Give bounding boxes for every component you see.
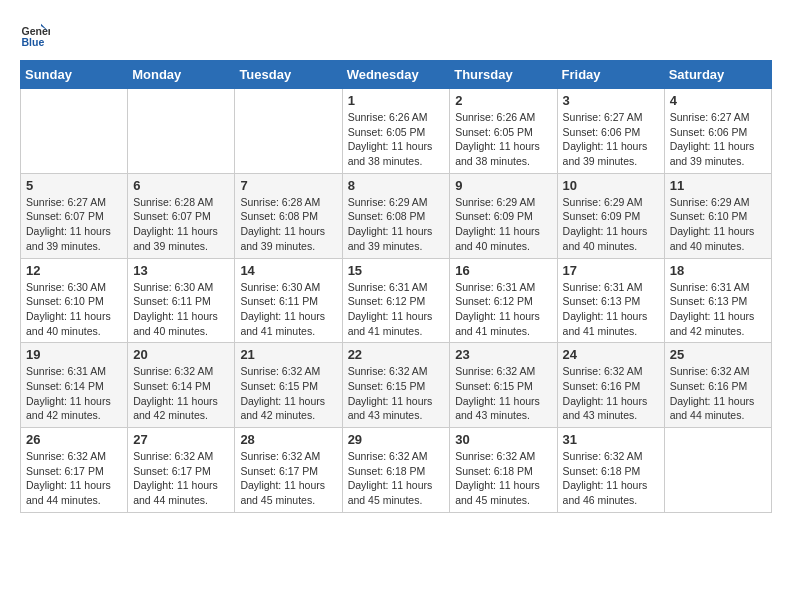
day-info: Sunrise: 6:27 AMSunset: 6:07 PMDaylight:… [26,195,122,254]
day-info: Sunrise: 6:32 AMSunset: 6:17 PMDaylight:… [240,449,336,508]
weekday-header: Friday [557,61,664,89]
day-number: 1 [348,93,445,108]
day-number: 9 [455,178,551,193]
calendar-cell: 20Sunrise: 6:32 AMSunset: 6:14 PMDayligh… [128,343,235,428]
day-info: Sunrise: 6:32 AMSunset: 6:18 PMDaylight:… [348,449,445,508]
calendar-week-row: 19Sunrise: 6:31 AMSunset: 6:14 PMDayligh… [21,343,772,428]
day-info: Sunrise: 6:29 AMSunset: 6:09 PMDaylight:… [563,195,659,254]
calendar-cell: 11Sunrise: 6:29 AMSunset: 6:10 PMDayligh… [664,173,771,258]
day-info: Sunrise: 6:28 AMSunset: 6:08 PMDaylight:… [240,195,336,254]
day-number: 27 [133,432,229,447]
calendar-cell: 15Sunrise: 6:31 AMSunset: 6:12 PMDayligh… [342,258,450,343]
calendar-week-row: 1Sunrise: 6:26 AMSunset: 6:05 PMDaylight… [21,89,772,174]
day-info: Sunrise: 6:32 AMSunset: 6:18 PMDaylight:… [563,449,659,508]
calendar-week-row: 5Sunrise: 6:27 AMSunset: 6:07 PMDaylight… [21,173,772,258]
calendar-cell: 26Sunrise: 6:32 AMSunset: 6:17 PMDayligh… [21,428,128,513]
day-info: Sunrise: 6:32 AMSunset: 6:15 PMDaylight:… [348,364,445,423]
day-info: Sunrise: 6:32 AMSunset: 6:15 PMDaylight:… [455,364,551,423]
calendar-cell: 27Sunrise: 6:32 AMSunset: 6:17 PMDayligh… [128,428,235,513]
day-info: Sunrise: 6:32 AMSunset: 6:15 PMDaylight:… [240,364,336,423]
day-number: 5 [26,178,122,193]
day-number: 6 [133,178,229,193]
calendar-cell: 5Sunrise: 6:27 AMSunset: 6:07 PMDaylight… [21,173,128,258]
day-info: Sunrise: 6:31 AMSunset: 6:13 PMDaylight:… [563,280,659,339]
day-number: 3 [563,93,659,108]
calendar-week-row: 12Sunrise: 6:30 AMSunset: 6:10 PMDayligh… [21,258,772,343]
day-info: Sunrise: 6:32 AMSunset: 6:16 PMDaylight:… [670,364,766,423]
calendar-cell: 24Sunrise: 6:32 AMSunset: 6:16 PMDayligh… [557,343,664,428]
day-info: Sunrise: 6:32 AMSunset: 6:16 PMDaylight:… [563,364,659,423]
day-info: Sunrise: 6:31 AMSunset: 6:12 PMDaylight:… [348,280,445,339]
header: General Blue [20,20,772,50]
calendar-cell: 28Sunrise: 6:32 AMSunset: 6:17 PMDayligh… [235,428,342,513]
calendar-cell: 14Sunrise: 6:30 AMSunset: 6:11 PMDayligh… [235,258,342,343]
calendar-table: SundayMondayTuesdayWednesdayThursdayFrid… [20,60,772,513]
weekday-header: Wednesday [342,61,450,89]
day-info: Sunrise: 6:30 AMSunset: 6:10 PMDaylight:… [26,280,122,339]
day-number: 17 [563,263,659,278]
day-number: 23 [455,347,551,362]
day-info: Sunrise: 6:26 AMSunset: 6:05 PMDaylight:… [455,110,551,169]
day-info: Sunrise: 6:29 AMSunset: 6:09 PMDaylight:… [455,195,551,254]
day-number: 7 [240,178,336,193]
calendar-cell: 1Sunrise: 6:26 AMSunset: 6:05 PMDaylight… [342,89,450,174]
calendar-cell: 18Sunrise: 6:31 AMSunset: 6:13 PMDayligh… [664,258,771,343]
calendar-cell: 16Sunrise: 6:31 AMSunset: 6:12 PMDayligh… [450,258,557,343]
weekday-header: Tuesday [235,61,342,89]
calendar-week-row: 26Sunrise: 6:32 AMSunset: 6:17 PMDayligh… [21,428,772,513]
calendar-cell: 10Sunrise: 6:29 AMSunset: 6:09 PMDayligh… [557,173,664,258]
weekday-header: Monday [128,61,235,89]
day-number: 12 [26,263,122,278]
weekday-header-row: SundayMondayTuesdayWednesdayThursdayFrid… [21,61,772,89]
calendar-cell: 7Sunrise: 6:28 AMSunset: 6:08 PMDaylight… [235,173,342,258]
day-number: 26 [26,432,122,447]
day-info: Sunrise: 6:29 AMSunset: 6:08 PMDaylight:… [348,195,445,254]
day-number: 10 [563,178,659,193]
calendar-cell: 21Sunrise: 6:32 AMSunset: 6:15 PMDayligh… [235,343,342,428]
calendar-cell [664,428,771,513]
logo: General Blue [20,20,50,50]
day-number: 11 [670,178,766,193]
weekday-header: Sunday [21,61,128,89]
calendar-cell [128,89,235,174]
calendar-cell: 8Sunrise: 6:29 AMSunset: 6:08 PMDaylight… [342,173,450,258]
day-number: 19 [26,347,122,362]
day-info: Sunrise: 6:31 AMSunset: 6:12 PMDaylight:… [455,280,551,339]
svg-text:Blue: Blue [22,36,45,48]
calendar-cell: 17Sunrise: 6:31 AMSunset: 6:13 PMDayligh… [557,258,664,343]
calendar-cell: 31Sunrise: 6:32 AMSunset: 6:18 PMDayligh… [557,428,664,513]
day-number: 21 [240,347,336,362]
calendar-cell: 29Sunrise: 6:32 AMSunset: 6:18 PMDayligh… [342,428,450,513]
day-info: Sunrise: 6:32 AMSunset: 6:14 PMDaylight:… [133,364,229,423]
day-number: 24 [563,347,659,362]
weekday-header: Saturday [664,61,771,89]
calendar-cell: 23Sunrise: 6:32 AMSunset: 6:15 PMDayligh… [450,343,557,428]
calendar-cell: 6Sunrise: 6:28 AMSunset: 6:07 PMDaylight… [128,173,235,258]
calendar-cell: 22Sunrise: 6:32 AMSunset: 6:15 PMDayligh… [342,343,450,428]
calendar-cell: 25Sunrise: 6:32 AMSunset: 6:16 PMDayligh… [664,343,771,428]
day-info: Sunrise: 6:32 AMSunset: 6:17 PMDaylight:… [133,449,229,508]
day-info: Sunrise: 6:31 AMSunset: 6:14 PMDaylight:… [26,364,122,423]
calendar-cell: 19Sunrise: 6:31 AMSunset: 6:14 PMDayligh… [21,343,128,428]
day-info: Sunrise: 6:31 AMSunset: 6:13 PMDaylight:… [670,280,766,339]
day-number: 15 [348,263,445,278]
day-number: 18 [670,263,766,278]
day-info: Sunrise: 6:29 AMSunset: 6:10 PMDaylight:… [670,195,766,254]
day-info: Sunrise: 6:27 AMSunset: 6:06 PMDaylight:… [670,110,766,169]
calendar-cell [21,89,128,174]
day-number: 22 [348,347,445,362]
day-info: Sunrise: 6:32 AMSunset: 6:18 PMDaylight:… [455,449,551,508]
day-number: 14 [240,263,336,278]
calendar-cell: 13Sunrise: 6:30 AMSunset: 6:11 PMDayligh… [128,258,235,343]
calendar-cell: 4Sunrise: 6:27 AMSunset: 6:06 PMDaylight… [664,89,771,174]
calendar-cell: 30Sunrise: 6:32 AMSunset: 6:18 PMDayligh… [450,428,557,513]
day-info: Sunrise: 6:28 AMSunset: 6:07 PMDaylight:… [133,195,229,254]
day-number: 30 [455,432,551,447]
day-number: 25 [670,347,766,362]
day-number: 28 [240,432,336,447]
day-number: 16 [455,263,551,278]
day-number: 29 [348,432,445,447]
calendar-cell: 3Sunrise: 6:27 AMSunset: 6:06 PMDaylight… [557,89,664,174]
calendar-cell: 12Sunrise: 6:30 AMSunset: 6:10 PMDayligh… [21,258,128,343]
day-number: 4 [670,93,766,108]
